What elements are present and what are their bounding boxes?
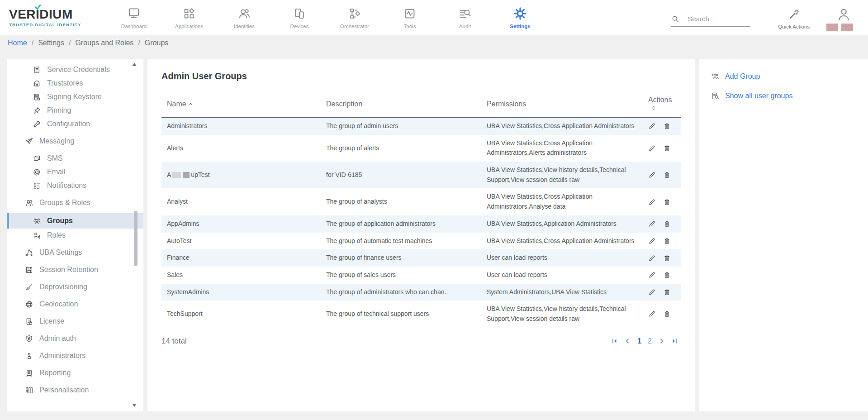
nav-item-settings[interactable]: Settings <box>493 7 548 29</box>
permissions-cell: UBA View Statistics,Cross Application Ad… <box>481 188 643 215</box>
sidebar-item-label: Notifications <box>47 181 86 190</box>
panel-link-label: Add Group <box>725 72 760 81</box>
safe-icon <box>33 79 41 88</box>
permissions-cell: User can load reports <box>481 267 643 284</box>
sidebar-item-session-retention[interactable]: Session Retention <box>7 263 143 277</box>
edit-pencil-icon[interactable] <box>648 254 656 262</box>
nav-item-orchestrator[interactable]: Orchestrator <box>327 7 382 29</box>
sidebar-item-messaging[interactable]: Messaging <box>7 134 143 148</box>
sidebar-item-notifications[interactable]: Notifications <box>7 179 143 192</box>
delete-trash-icon[interactable] <box>663 144 671 152</box>
edit-pencil-icon[interactable] <box>648 144 656 152</box>
last-page-button[interactable] <box>671 338 678 344</box>
edit-pencil-icon[interactable] <box>648 288 656 296</box>
nav-item-devices[interactable]: Devices <box>272 7 327 29</box>
nav-item-tools[interactable]: Tools <box>382 7 437 29</box>
nav-item-audit[interactable]: Audit <box>437 7 493 29</box>
breadcrumb-item-home[interactable]: Home <box>8 39 27 47</box>
delete-trash-icon[interactable] <box>663 254 671 262</box>
nav-item-dashboard[interactable]: Dashboard <box>106 7 161 29</box>
column-header-actions[interactable]: Actions <box>643 92 681 117</box>
sidebar-item-label: Groups & Roles <box>39 199 90 207</box>
sidebar-item-email[interactable]: Email <box>7 165 143 179</box>
delete-trash-icon[interactable] <box>663 288 671 296</box>
delete-trash-icon[interactable] <box>663 271 671 279</box>
group-name: TechSupport <box>167 310 203 317</box>
sidebar-item-truststores[interactable]: Truststores <box>7 76 143 90</box>
sidebar-item-personalisation[interactable]: Personalisation <box>7 383 143 397</box>
sidebar-item-sms[interactable]: SMS <box>7 152 143 165</box>
permissions-cell: UBA View Statistics,View history details… <box>481 162 643 188</box>
sidebar-scroll-up[interactable] <box>132 63 137 66</box>
description-cell: The group of automatic test machines <box>321 233 481 250</box>
nav-item-label: Applications <box>175 24 203 29</box>
quick-actions-button[interactable]: Quick Actions <box>778 8 810 29</box>
show-all-user-groups-link[interactable]: Show all user groups <box>711 91 868 100</box>
sidebar-item-uba-settings[interactable]: UBA Settings <box>7 246 143 259</box>
sidebar-item-label: Pinning <box>47 106 71 115</box>
description-cell: The group of analysts <box>321 188 481 215</box>
page-number-1[interactable]: 1 <box>637 337 641 345</box>
sidebar-item-groups[interactable]: Groups <box>7 213 143 229</box>
delete-trash-icon[interactable] <box>663 198 671 206</box>
breadcrumb-item-groups-and-roles[interactable]: Groups and Roles <box>75 39 133 47</box>
breadcrumb-separator: / <box>32 39 33 47</box>
edit-pencil-icon[interactable] <box>648 237 656 245</box>
sidebar-item-license[interactable]: License <box>7 315 143 328</box>
breadcrumb-item-groups: Groups <box>145 39 168 47</box>
edit-pencil-icon[interactable] <box>648 171 656 179</box>
sidebar-item-geolocation[interactable]: Geolocation <box>7 297 143 311</box>
page-number-2[interactable]: 2 <box>648 337 652 345</box>
sidebar-item-deprovisioning[interactable]: Deprovisioning <box>7 280 143 294</box>
sidebar-item-service-credentials[interactable]: Service Credentials <box>7 63 143 76</box>
user-menu[interactable] <box>830 7 857 31</box>
edit-pencil-icon[interactable] <box>648 122 656 130</box>
delete-trash-icon[interactable] <box>663 237 671 245</box>
sidebar-item-admin-auth[interactable]: Admin auth <box>7 332 143 345</box>
nav-item-identities[interactable]: Identities <box>217 7 272 29</box>
next-page-button[interactable] <box>658 338 665 344</box>
top-navigation: DashboardApplicationsIdentitiesDevicesOr… <box>106 7 548 29</box>
delete-trash-icon[interactable] <box>663 310 671 318</box>
group-name: A <box>167 171 171 178</box>
sidebar-item-administrators[interactable]: Administrators <box>7 349 143 363</box>
name-cell: SystemAdmins <box>161 284 321 301</box>
pin-icon <box>33 106 41 115</box>
notif-icon <box>33 181 41 190</box>
previous-page-button[interactable] <box>624 338 631 344</box>
edit-pencil-icon[interactable] <box>648 271 656 279</box>
description-cell: The group of sales users <box>321 267 481 284</box>
edit-pencil-icon[interactable] <box>648 198 656 206</box>
add-group-link[interactable]: Add Group <box>711 72 868 81</box>
sort-icon <box>650 105 657 111</box>
veridium-logo[interactable]: VERIDIUM TRUSTED DIGITAL IDENTITY <box>9 8 93 27</box>
table-row: TechSupportThe group of technical suppor… <box>161 301 681 327</box>
topbar-right: Quick Actions <box>671 5 868 31</box>
breadcrumb-item-settings[interactable]: Settings <box>38 39 64 47</box>
sms-icon <box>33 154 41 163</box>
nav-item-applications[interactable]: Applications <box>161 7 217 29</box>
column-header-name[interactable]: Name <box>161 92 321 117</box>
first-page-button[interactable] <box>611 338 618 344</box>
redacted-text <box>172 172 181 178</box>
delete-trash-icon[interactable] <box>663 220 671 228</box>
nav-item-label: Settings <box>510 24 530 29</box>
sidebar-item-roles[interactable]: Roles <box>7 229 143 242</box>
edit-pencil-icon[interactable] <box>648 220 656 228</box>
sidebar-scroll-down[interactable] <box>132 404 137 407</box>
delete-trash-icon[interactable] <box>663 171 671 179</box>
sidebar-item-configuration[interactable]: Configuration <box>7 117 143 131</box>
group-name: Sales <box>167 271 183 278</box>
sidebar-item-label: Roles <box>47 231 66 239</box>
sidebar-item-signing-keystore[interactable]: Signing Keystore <box>7 90 143 104</box>
group-name: upTest <box>191 171 209 178</box>
sidebar-item-groups-roles[interactable]: Groups & Roles <box>7 196 143 210</box>
sidebar-item-reporting[interactable]: Reporting <box>7 366 143 380</box>
name-cell: Analyst <box>161 188 321 215</box>
table-row: SalesThe group of sales usersUser can lo… <box>161 267 681 284</box>
edit-pencil-icon[interactable] <box>648 310 656 318</box>
delete-trash-icon[interactable] <box>663 122 671 130</box>
sidebar-item-pinning[interactable]: Pinning <box>7 104 143 117</box>
search-input[interactable] <box>687 14 750 23</box>
sidebar-scrollbar-thumb[interactable] <box>134 211 138 266</box>
